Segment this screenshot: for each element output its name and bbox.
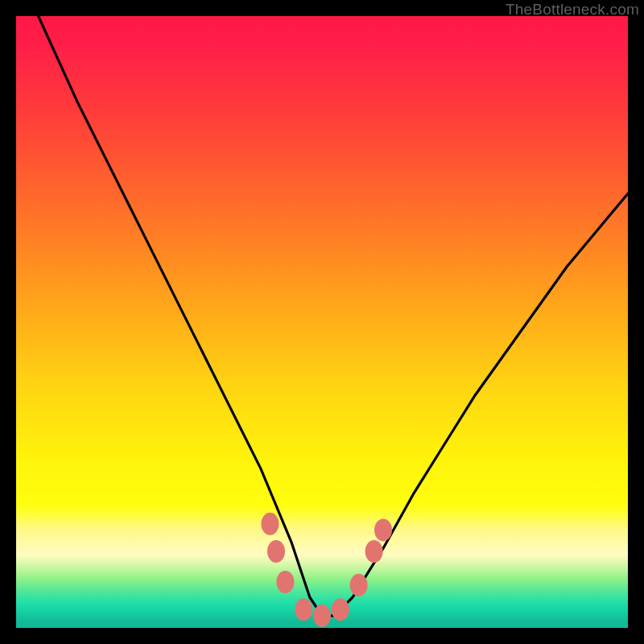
curve-marker [267,540,285,563]
chart-stage: TheBottleneck.com [0,0,644,644]
curve-marker [365,540,383,563]
curve-marker [350,574,368,597]
bottleneck-curve [16,16,628,616]
curve-marker [313,605,331,627]
curve-marker [261,513,279,535]
curve-marker [276,571,294,593]
marker-group [261,513,392,627]
curve-marker [332,598,349,621]
curve-marker [374,518,392,541]
curve-layer [16,16,628,628]
curve-marker [295,598,312,621]
plot-area [16,16,628,628]
